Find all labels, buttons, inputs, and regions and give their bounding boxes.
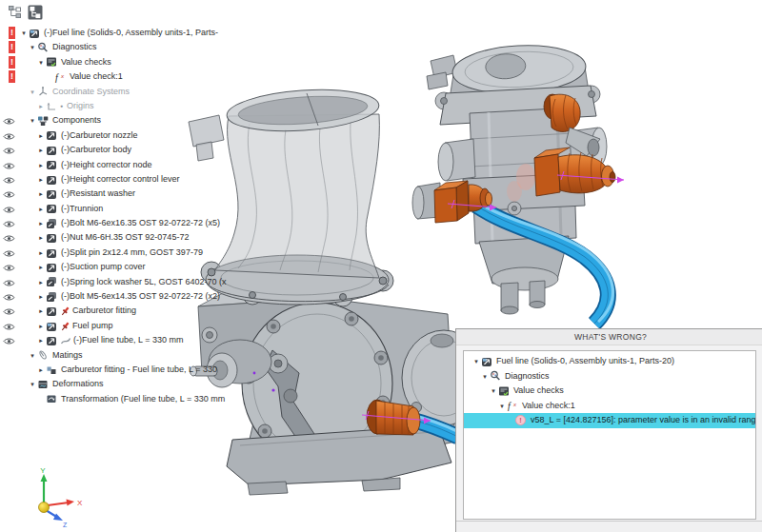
expand-arrow-open-icon[interactable]: ▾: [28, 85, 37, 99]
expand-arrow-open-icon[interactable]: ▾: [471, 354, 481, 369]
tree-row[interactable]: ▾fxValue check:1: [464, 399, 755, 414]
tree-row[interactable]: ▾Coordinate Systems: [0, 85, 255, 99]
origin-bullet-icon: ●: [60, 99, 63, 113]
expand-arrow-closed-icon[interactable]: ▸: [36, 99, 46, 113]
assembly-icon: [46, 321, 59, 332]
eye-visibility-icon[interactable]: [3, 337, 15, 345]
eye-visibility-icon[interactable]: [3, 264, 15, 272]
tree-row[interactable]: ▾Fuel line (Solids-0, Assembly units-1, …: [464, 354, 755, 369]
expand-arrow-closed-icon[interactable]: ▸: [36, 246, 46, 260]
expand-arrow-closed-icon[interactable]: ▸: [36, 333, 46, 347]
eye-visibility-icon[interactable]: [3, 279, 15, 287]
tree-row[interactable]: ▸(-)Height corrector node: [0, 158, 255, 172]
expand-arrow-open-icon[interactable]: ▾: [28, 348, 37, 363]
tree-row[interactable]: ▸(-)Carburetor nozzle: [0, 128, 255, 143]
tree-row[interactable]: !fxValue check:1: [0, 69, 255, 84]
tree-row[interactable]: !▾Value checks: [0, 55, 255, 69]
tree-item-label: Fuel line (Solids-0, Assembly units-1, P…: [494, 354, 674, 369]
tree-item-label: (-)Height corrector node: [59, 158, 152, 172]
tree-row[interactable]: ▾Diagnostics: [464, 369, 755, 384]
tree-item-label: Deformations: [50, 377, 104, 391]
axis-x-label: X: [77, 499, 83, 507]
expand-arrow-open-icon[interactable]: ▾: [36, 55, 46, 69]
tree-row[interactable]: ▸(-)Height corrector control lever: [0, 172, 255, 187]
error-tree-row[interactable]: !v58_L = [424.827156]: parameter value i…: [464, 413, 755, 428]
expand-arrow-closed-icon[interactable]: ▸: [36, 363, 46, 377]
expand-arrow-closed-icon[interactable]: ▸: [36, 289, 46, 304]
tree-item-label: Transformation (Fuel line tube, L = 330 …: [59, 392, 225, 406]
error-exclamation-badge: !: [9, 70, 15, 83]
expand-arrow-open-icon[interactable]: ▾: [28, 40, 37, 54]
expand-arrow-open-icon[interactable]: ▾: [480, 369, 490, 384]
expand-arrow-closed-icon[interactable]: ▸: [36, 143, 46, 157]
tree-row[interactable]: !▾(-)Fuel line (Solids-0, Assembly units…: [0, 26, 255, 40]
error-exclamation-badge: !: [9, 41, 15, 53]
tree-row[interactable]: ▸(-)Fuel line tube, L = 330 mm: [0, 333, 255, 347]
expand-arrow-closed-icon[interactable]: ▸: [36, 158, 46, 172]
eye-visibility-icon[interactable]: [3, 249, 15, 258]
expand-arrow-closed-icon[interactable]: ▸: [36, 128, 46, 143]
tree-row[interactable]: ▾Components: [0, 113, 255, 128]
part-multi-icon: [46, 276, 59, 287]
tree-row[interactable]: ▸(-)Trunnion: [0, 202, 255, 216]
tree-row[interactable]: Transformation (Fuel line tube, L = 330 …: [0, 392, 255, 406]
eye-visibility-icon[interactable]: [3, 307, 15, 316]
expand-arrow-closed-icon[interactable]: ▸: [36, 172, 46, 187]
part-icon: [46, 232, 59, 244]
tree-row[interactable]: ▸(-)Spring lock washer 5L, GOST 6402-70 …: [0, 275, 255, 289]
tree-row[interactable]: ▸Fuel pump: [0, 319, 255, 333]
tree-item-label: (-)Fuel line tube, L = 330 mm: [71, 333, 183, 347]
tree-row[interactable]: ▸(-)Resistant washer: [0, 187, 255, 201]
tree-item-label: Value check:1: [520, 399, 575, 414]
expand-arrow-open-icon[interactable]: ▾: [28, 377, 37, 391]
tree-row[interactable]: ▸(-)Split pin 2x12.4 mm, GOST 397-79: [0, 246, 255, 260]
expand-arrow-closed-icon[interactable]: ▸: [36, 216, 46, 230]
tree-row[interactable]: ▾Deformations: [0, 377, 255, 391]
tree-row[interactable]: ▸(-)Nut M6-6H.35 OST 92-0745-72: [0, 230, 255, 245]
expand-arrow-closed-icon[interactable]: ▸: [36, 230, 46, 245]
expand-arrow-open-icon[interactable]: ▾: [489, 384, 498, 399]
expand-arrow-open-icon[interactable]: ▾: [28, 113, 37, 128]
tree-row[interactable]: ▾Matings: [0, 348, 255, 363]
expand-arrow-open-icon[interactable]: ▾: [497, 399, 507, 414]
eye-visibility-icon[interactable]: [3, 147, 15, 155]
tree-row[interactable]: !▾Diagnostics: [0, 40, 255, 54]
expand-arrow-closed-icon[interactable]: ▸: [36, 275, 46, 289]
tree-row[interactable]: ▸(-)Carburetor body: [0, 143, 255, 157]
eye-visibility-icon[interactable]: [3, 206, 15, 214]
tree-row[interactable]: ▾Value checks: [464, 384, 755, 399]
pushpin-fixed-icon: [60, 305, 70, 317]
tree-item-label: (-)Fuel line (Solids-0, Assembly units-1…: [42, 26, 218, 40]
tree-row[interactable]: ▸(-)Bolt M5-6ex14.35 OST 92-0722-72 (x2): [0, 289, 255, 304]
eye-visibility-icon[interactable]: [3, 293, 15, 302]
tree-row[interactable]: ▸Carburetor fitting - Fuel line tube, L …: [0, 363, 255, 377]
eye-visibility-icon[interactable]: [3, 176, 15, 185]
structure-tree-tab[interactable]: [7, 4, 23, 20]
flexible-part-icon: [60, 335, 71, 346]
matings-icon: [37, 349, 50, 361]
eye-visibility-icon[interactable]: [3, 323, 15, 331]
eye-visibility-icon[interactable]: [3, 220, 15, 228]
tree-row[interactable]: ▸●Origins: [0, 99, 255, 113]
expand-arrow-closed-icon[interactable]: ▸: [36, 187, 46, 201]
eye-visibility-icon[interactable]: [3, 162, 15, 170]
expand-arrow-open-icon[interactable]: ▾: [19, 26, 29, 40]
axis-z-label: Z: [63, 522, 68, 528]
panel-title[interactable]: WHAT'S WRONG?: [456, 329, 762, 345]
tree-row[interactable]: ▸Carburetor fitting: [0, 304, 255, 318]
tree-row[interactable]: ▸(-)Bolt M6-6ex16.35 OST 92-0722-72 (x5): [0, 216, 255, 230]
part-icon: [46, 247, 59, 259]
tree-item-label: Components: [50, 113, 101, 128]
expand-arrow-closed-icon[interactable]: ▸: [36, 260, 46, 274]
eye-visibility-icon[interactable]: [3, 117, 15, 126]
svg-text:f: f: [55, 72, 59, 83]
eye-visibility-icon[interactable]: [3, 234, 15, 243]
eye-visibility-icon[interactable]: [3, 190, 15, 199]
expand-arrow-closed-icon[interactable]: ▸: [36, 304, 46, 318]
expand-arrow-closed-icon[interactable]: ▸: [36, 319, 46, 333]
tree-row[interactable]: ▸(-)Suction pump cover: [0, 260, 255, 274]
components-tree-tab[interactable]: [27, 4, 43, 20]
expand-arrow-closed-icon[interactable]: ▸: [36, 202, 46, 216]
eye-visibility-icon[interactable]: [3, 132, 15, 141]
tree-item-label: Value check:1: [68, 69, 123, 84]
